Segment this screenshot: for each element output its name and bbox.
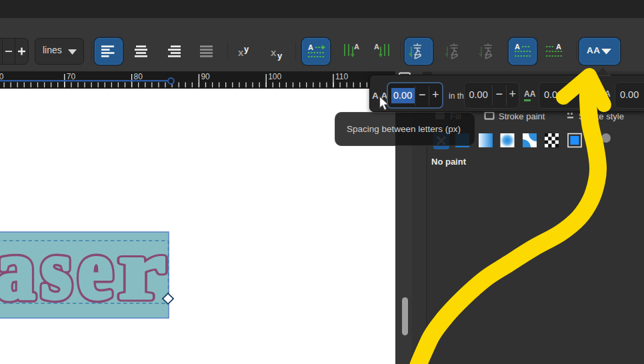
- svg-text:A: A: [374, 43, 379, 51]
- svg-text:90: 90: [201, 72, 210, 81]
- svg-text:A: A: [354, 43, 359, 51]
- svg-text:100: 100: [268, 72, 281, 81]
- svg-text:ase: ase: [0, 222, 119, 317]
- svg-text:r: r: [119, 223, 174, 317]
- svg-text:60: 60: [0, 72, 4, 81]
- svg-text:A: A: [515, 43, 520, 51]
- svg-text:80: 80: [134, 72, 143, 81]
- svg-text:110: 110: [335, 72, 348, 81]
- svg-text:70: 70: [67, 72, 76, 81]
- svg-text:A: A: [308, 43, 313, 51]
- svg-text:A: A: [556, 43, 561, 51]
